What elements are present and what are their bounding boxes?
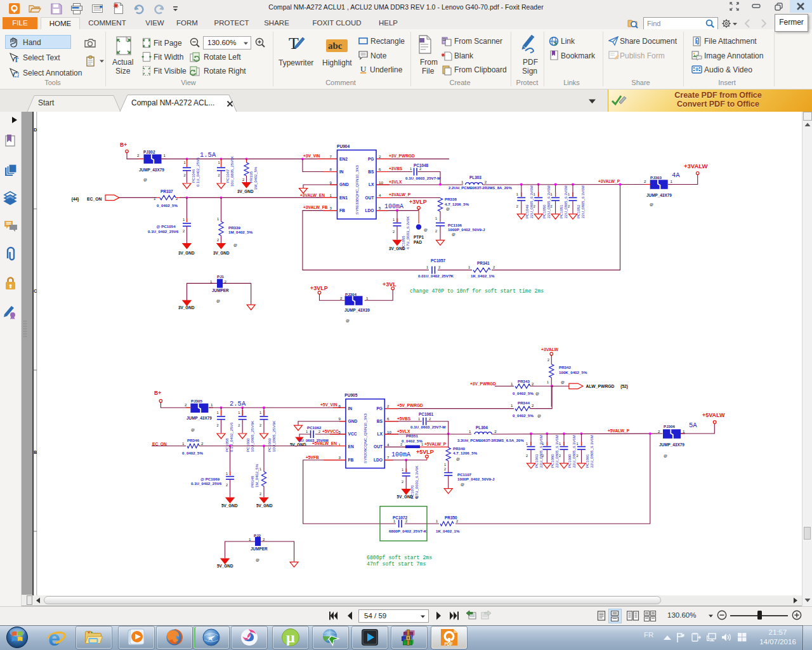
- svg-text:2: 2: [568, 204, 570, 208]
- svg-text:2: 2: [400, 442, 402, 446]
- svg-text:8: 8: [330, 167, 332, 171]
- svg-text:2: 2: [532, 381, 534, 386]
- svg-text:100mA: 100mA: [391, 451, 410, 458]
- svg-text:1: 1: [217, 411, 219, 415]
- svg-text:LX: LX: [369, 182, 374, 187]
- svg-text:+5VLX: +5VLX: [397, 429, 410, 434]
- svg-text:22U_0805_6.3V6M: 22U_0805_6.3V6M: [581, 185, 585, 218]
- svg-text:1: 1: [249, 537, 251, 541]
- svg-text:1K_0402_1%: 1K_0402_1%: [436, 529, 460, 533]
- svg-text:2.5A: 2.5A: [230, 400, 246, 408]
- svg-text:+5VBS: +5VBS: [397, 416, 411, 421]
- svg-text:PTP1: PTP1: [414, 235, 424, 239]
- svg-text:2: 2: [516, 204, 518, 208]
- svg-text:+3V_VIN: +3V_VIN: [303, 154, 320, 158]
- svg-text:0.1U_0603_25V7-M: 0.1U_0603_25V7-M: [405, 176, 440, 180]
- svg-text:PC1061: PC1061: [419, 412, 434, 416]
- svg-text:1: 1: [211, 402, 213, 407]
- svg-text:4.7U_0603_6.3V6K: 4.7U_0603_6.3V6K: [406, 216, 410, 249]
- svg-text:2: 2: [183, 229, 185, 233]
- svg-text:+3VALW_EN: +3VALW_EN: [300, 193, 325, 197]
- svg-text:6: 6: [387, 416, 390, 421]
- svg-text:2: 2: [201, 441, 204, 446]
- svg-text:1: 1: [210, 279, 213, 284]
- svg-text:4: 4: [387, 442, 390, 447]
- svg-text:1: 1: [435, 216, 437, 220]
- svg-text:1: 1: [559, 442, 561, 446]
- svg-text:PC1057: PC1057: [431, 258, 446, 263]
- svg-text:@ PC1054: @ PC1054: [157, 224, 176, 229]
- svg-text:4.7_1206_5%: 4.7_1206_5%: [453, 451, 478, 455]
- svg-text:9: 9: [330, 180, 332, 185]
- svg-text:@: @: [233, 243, 237, 247]
- svg-text:1: 1: [511, 381, 513, 386]
- svg-text:1M_0402_5%: 1M_0402_5%: [254, 166, 258, 190]
- svg-text:PR337: PR337: [160, 189, 173, 194]
- svg-text:+3V_PWRGD: +3V_PWRGD: [470, 381, 496, 386]
- svg-text:PU905: PU905: [344, 393, 357, 397]
- svg-text:1: 1: [568, 192, 570, 196]
- svg-text:1: 1: [226, 472, 228, 475]
- svg-text:PU904: PU904: [337, 144, 350, 149]
- svg-text:BS: BS: [368, 169, 374, 174]
- svg-text:0_0402_5%: 0_0402_5%: [182, 451, 204, 455]
- svg-text:+3VALW_FB: +3VALW_FB: [303, 205, 328, 209]
- svg-text:5: 5: [379, 206, 381, 210]
- svg-text:3V_GND: 3V_GND: [213, 251, 230, 255]
- svg-text:1: 1: [306, 430, 308, 434]
- svg-text:2: 2: [405, 519, 407, 523]
- svg-text:FB: FB: [348, 458, 354, 462]
- svg-text:PC1091: PC1091: [586, 454, 589, 468]
- svg-text:PC1070: PC1070: [410, 485, 414, 499]
- svg-text:JUMP_43X79: JUMP_43X79: [646, 193, 672, 197]
- svg-text:4: 4: [379, 193, 381, 197]
- svg-text:100mA: 100mA: [384, 203, 403, 210]
- svg-text:1: 1: [184, 161, 186, 164]
- svg-text:PR339: PR339: [228, 225, 240, 230]
- svg-text:1: 1: [366, 296, 369, 300]
- svg-text:1: 1: [259, 467, 261, 471]
- svg-text:+3V_PWRGD: +3V_PWRGD: [389, 154, 415, 158]
- svg-text:2: 2: [217, 423, 219, 427]
- svg-text:JUMP_43X79: JUMP_43X79: [187, 416, 212, 420]
- svg-text:0_0402_5%: 0_0402_5%: [402, 439, 423, 443]
- svg-text:1: 1: [218, 161, 220, 164]
- svg-text:+3VLP: +3VLP: [409, 199, 427, 205]
- svg-text:22U_0805_6.3V6M: 22U_0805_6.3V6M: [530, 185, 534, 218]
- svg-text:0.1U_0402_25V6: 0.1U_0402_25V6: [196, 157, 200, 187]
- svg-text:5V_GND: 5V_GND: [256, 503, 273, 508]
- svg-text:PJ302: PJ302: [143, 150, 155, 154]
- svg-text:{44}: {44}: [72, 197, 80, 202]
- svg-text:1: 1: [402, 468, 403, 472]
- svg-text:+3VLX: +3VLX: [389, 180, 402, 184]
- svg-text:PJ304: PJ304: [345, 292, 357, 296]
- svg-text:2: 2: [551, 204, 553, 208]
- svg-text:1: 1: [259, 411, 261, 415]
- svg-text:4.7U_0603_6.3V6K: 4.7U_0603_6.3V6K: [415, 466, 419, 499]
- svg-text:1: 1: [551, 192, 553, 196]
- svg-text:5A: 5A: [689, 421, 697, 429]
- svg-text:FB: FB: [339, 208, 345, 213]
- svg-text:change 470P to 10nf for soft s: change 470P to 10nf for soft start time …: [410, 288, 544, 294]
- svg-text:10: 10: [379, 180, 383, 185]
- svg-text:1: 1: [410, 167, 412, 171]
- svg-text:1: 1: [444, 463, 446, 467]
- svg-text:1: 1: [468, 265, 470, 269]
- svg-text:PR344: PR344: [518, 401, 530, 405]
- svg-text:PC1062: PC1062: [307, 425, 322, 430]
- svg-text:IN: IN: [348, 406, 353, 411]
- svg-text:2.2UH_PCMB063T-2R2MS_8A_20%: 2.2UH_PCMB063T-2R2MS_8A_20%: [449, 186, 512, 190]
- svg-text:2: 2: [263, 537, 265, 541]
- svg-text:2: 2: [259, 423, 261, 427]
- svg-text:2: 2: [242, 178, 244, 182]
- svg-text:6: 6: [379, 167, 381, 171]
- svg-text:+3VALW: +3VALW: [684, 162, 708, 169]
- svg-text:SY8033BQHC_QFN10_3X3: SY8033BQHC_QFN10_3X3: [355, 165, 359, 215]
- svg-text:PR348: PR348: [251, 475, 254, 488]
- svg-text:@: @: [424, 228, 428, 232]
- svg-text:JUMP_43X39: JUMP_43X39: [344, 308, 370, 312]
- svg-text:@: @: [650, 202, 653, 206]
- svg-text:6800P_0402_25V7-K: 6800P_0402_25V7-K: [389, 529, 427, 533]
- svg-text:JUMP_43X79: JUMP_43X79: [659, 442, 684, 447]
- svg-text:+5VALW_P: +5VALW_P: [608, 428, 630, 433]
